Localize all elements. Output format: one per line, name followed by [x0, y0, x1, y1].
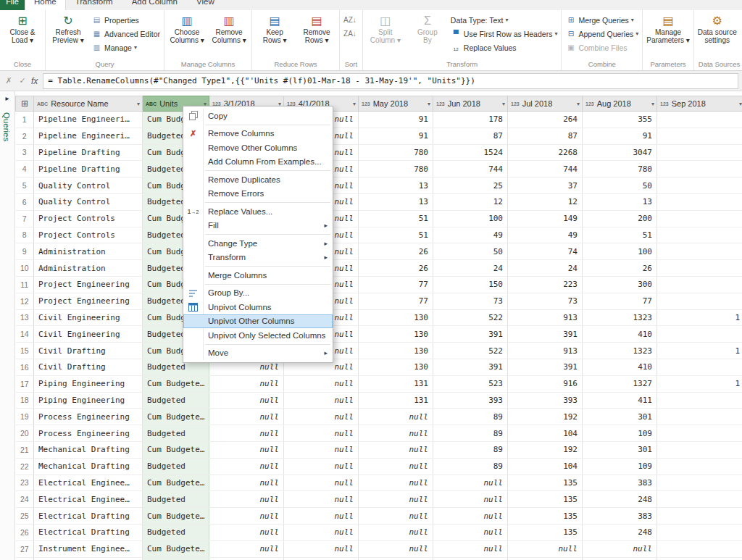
row-number[interactable]: 8	[16, 227, 34, 243]
cell[interactable]: Project Controls	[34, 227, 143, 243]
cell[interactable]: 522	[433, 343, 508, 359]
cell[interactable]: Cum Budgete…	[143, 409, 209, 425]
cell[interactable]: 410	[583, 326, 657, 343]
cell[interactable]: 192	[508, 409, 583, 425]
row-number[interactable]: 4	[16, 161, 34, 177]
cell[interactable]: null	[284, 441, 359, 458]
filter-caret-icon[interactable]: ▾	[502, 101, 505, 107]
manage-button[interactable]: ▥Manage▾	[89, 41, 162, 54]
use-first-row-as-headers-button[interactable]: ▀Use First Row as Headers▾	[449, 27, 560, 41]
cell[interactable]: 77	[359, 276, 433, 293]
cell[interactable]: 26	[359, 260, 433, 277]
row-number[interactable]: 9	[16, 243, 34, 260]
column-header-sep-2018[interactable]: 123Sep 2018▾	[657, 96, 742, 112]
remove-columns-button[interactable]: ▥RemoveColumns ▾	[208, 12, 250, 59]
cell[interactable]: 26	[583, 260, 657, 277]
filter-caret-icon[interactable]: ▾	[651, 101, 654, 107]
cell[interactable]: Civil Engineering	[34, 309, 143, 326]
menu-item-remove-columns[interactable]: ✗Remove Columns	[183, 127, 333, 141]
cell[interactable]: Electrical Enginee…	[34, 475, 143, 491]
cell[interactable]	[657, 128, 742, 144]
cell[interactable]: 49	[508, 227, 583, 243]
row-number[interactable]: 6	[16, 193, 34, 210]
cell[interactable]: null	[359, 557, 433, 560]
cell[interactable]: 264	[508, 112, 583, 128]
cell[interactable]	[657, 540, 742, 557]
cell[interactable]: 51	[583, 227, 657, 243]
grid-corner-header[interactable]: ⊞	[16, 96, 34, 112]
menu-item-group-by[interactable]: Group By...	[183, 286, 333, 301]
cell[interactable]	[657, 557, 742, 560]
cell[interactable]: Pipeline Engineeri…	[34, 128, 143, 144]
row-number[interactable]: 28	[16, 557, 34, 560]
cell[interactable]: null	[209, 524, 284, 540]
cell[interactable]: 13	[359, 177, 433, 194]
cell[interactable]: null	[284, 458, 359, 475]
cell[interactable]: Project Controls	[34, 210, 143, 227]
cell[interactable]: 109	[583, 425, 657, 442]
sort-descending-button[interactable]: ZA↓	[341, 27, 361, 41]
combine-files-button[interactable]: ▣Combine Files	[563, 41, 641, 54]
cell[interactable]	[657, 227, 742, 243]
cell[interactable]: 248	[583, 524, 657, 540]
cell[interactable]: Cum Budgete…	[143, 475, 209, 491]
cell[interactable]: 135	[508, 491, 583, 508]
cell[interactable]: 50	[433, 243, 508, 260]
cell[interactable]	[657, 425, 742, 442]
row-number[interactable]: 24	[16, 491, 34, 508]
cell[interactable]: null	[583, 557, 657, 560]
cell[interactable]: 24	[433, 260, 508, 277]
cell[interactable]: 149	[508, 210, 583, 227]
menu-item-add-column-from-examples[interactable]: Add Column From Examples...	[183, 155, 333, 170]
data-type-button[interactable]: Data Type: Text▾	[449, 13, 560, 27]
cell[interactable]: 89	[433, 425, 508, 442]
cell[interactable]: 87	[433, 128, 508, 144]
choose-columns-button[interactable]: ▥ChooseColumns ▾	[166, 12, 208, 59]
row-number[interactable]: 3	[16, 144, 34, 161]
cell[interactable]: 37	[508, 177, 583, 194]
cell[interactable]: 51	[359, 227, 433, 243]
tab-add-column[interactable]: Add Column	[122, 0, 187, 10]
formula-input[interactable]: = Table.RenameColumns(#"Changed Type1",{…	[43, 73, 738, 89]
sort-ascending-button[interactable]: AZ↓	[341, 13, 361, 27]
cell[interactable]: null	[359, 409, 433, 425]
cell[interactable]: 3047	[583, 144, 657, 161]
cell[interactable]: Process Engineering	[34, 425, 143, 442]
cell[interactable]: 131	[359, 375, 433, 392]
cell[interactable]: Instrument Enginee…	[34, 540, 143, 557]
cell[interactable]: null	[209, 458, 284, 475]
expand-pane-icon[interactable]: ▸	[0, 91, 14, 102]
filter-caret-icon[interactable]: ▾	[739, 101, 742, 107]
cell[interactable]	[657, 112, 742, 128]
row-number[interactable]: 21	[16, 441, 34, 458]
cell[interactable]	[657, 458, 742, 475]
replace-values-button[interactable]: ₁₂Replace Values	[449, 41, 560, 54]
cell[interactable]: Pipeline Drafting	[34, 144, 143, 161]
cell[interactable]: Quality Control	[34, 193, 143, 210]
cell[interactable]: Civil Engineering	[34, 326, 143, 343]
cell[interactable]: 1327	[583, 375, 657, 392]
cell[interactable]: null	[209, 425, 284, 442]
cell[interactable]: 77	[359, 293, 433, 309]
cell[interactable]: null	[209, 409, 284, 425]
cell[interactable]: Pipeline Engineeri…	[34, 112, 143, 128]
cell[interactable]: 223	[508, 276, 583, 293]
cell[interactable]: 12	[508, 193, 583, 210]
cell[interactable]: 913	[508, 343, 583, 359]
cancel-icon[interactable]: ✗	[4, 76, 14, 85]
menu-item-fill[interactable]: Fill▸	[183, 219, 333, 233]
cell[interactable]: Budgeted	[143, 392, 209, 409]
cell[interactable]	[657, 491, 742, 508]
remove-rows-button[interactable]: ▤RemoveRows ▾	[296, 12, 338, 59]
menu-item-remove-errors[interactable]: Remove Errors	[183, 187, 333, 201]
column-header-resource-name[interactable]: ABCResource Name▾	[34, 96, 143, 112]
row-number[interactable]: 1	[16, 112, 34, 128]
row-number[interactable]: 23	[16, 475, 34, 491]
cell[interactable]: 89	[433, 409, 508, 425]
cell[interactable]: 1323	[583, 343, 657, 359]
menu-item-copy[interactable]: Copy	[183, 109, 333, 123]
cell[interactable]: null	[433, 475, 508, 491]
cell[interactable]: Cum Budgete…	[143, 375, 209, 392]
cell[interactable]: null	[508, 557, 583, 560]
cell[interactable]: null	[284, 409, 359, 425]
